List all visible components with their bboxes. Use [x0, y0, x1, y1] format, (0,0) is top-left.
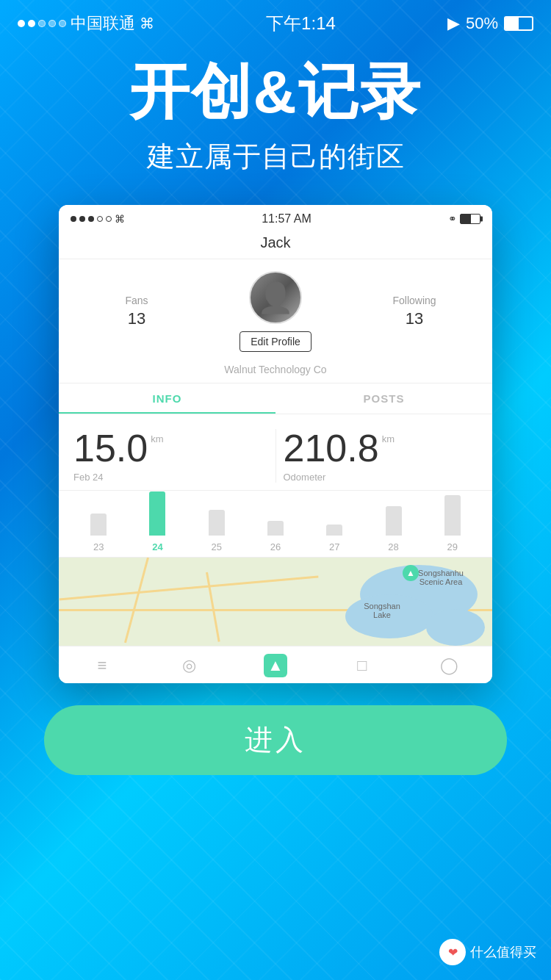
nav-explore[interactable]: ◎	[145, 654, 232, 677]
stats-section: 15.0 km Feb 24 210.8 km Odometer	[59, 414, 492, 491]
bar-label-29: 29	[447, 538, 458, 557]
bar-24	[149, 491, 165, 536]
following-count: 13	[351, 309, 478, 328]
fans-count: 13	[73, 309, 200, 328]
outer-status-bar: 中国联通 ⌘ 下午1:14 ▶ 50%	[0, 0, 551, 37]
today-unit: km	[151, 433, 163, 444]
profile-section: Fans 13 Edit Profile Following 13	[59, 259, 492, 359]
enter-button[interactable]: 进入	[44, 705, 507, 775]
inner-dot-5	[106, 216, 112, 222]
nav-chat[interactable]: □	[319, 654, 406, 677]
map-label-songshanhu: SongshanhuScenic Area	[411, 569, 470, 586]
edit-profile-button[interactable]: Edit Profile	[240, 331, 311, 352]
bar-label-23: 23	[93, 538, 104, 557]
avatar-image	[251, 273, 300, 323]
outer-status-left: 中国联通 ⌘	[18, 12, 154, 35]
list-icon: ≡	[90, 654, 114, 677]
bar-label-26: 26	[270, 538, 281, 557]
bar-col-25: 25	[187, 510, 246, 557]
bar-27	[326, 525, 342, 536]
map-section: SongshanhuScenic Area SongshanLake ▲	[59, 558, 492, 646]
tab-info[interactable]: INFO	[59, 383, 276, 414]
following-label: Following	[351, 295, 478, 306]
bar-col-23: 23	[69, 514, 128, 557]
stat-divider	[276, 429, 276, 483]
profile-name: Jack	[260, 234, 290, 251]
profile-name-bar: Jack	[59, 230, 492, 259]
inner-dot-2	[79, 216, 85, 222]
inner-wifi-icon: ⌘	[115, 213, 125, 225]
wifi-icon: ⌘	[140, 15, 154, 32]
bar-28	[386, 506, 402, 536]
bar-label-28: 28	[388, 538, 398, 557]
signal-dots	[18, 20, 66, 27]
today-label: Feb 24	[73, 472, 268, 483]
inner-dot-3	[88, 216, 94, 222]
inner-dot-4	[97, 216, 103, 222]
signal-dot-3	[38, 20, 46, 27]
enter-section: 进入	[0, 683, 551, 804]
bar-23	[90, 514, 107, 536]
odometer-unit: km	[382, 433, 395, 444]
nav-profile[interactable]: ◯	[406, 654, 492, 677]
sub-title: 建立属于自己的街区	[0, 138, 551, 176]
odometer-value-row: 210.8 km	[284, 429, 478, 467]
bar-29	[444, 495, 461, 536]
bluetooth-icon: ⚭	[448, 213, 457, 225]
chat-icon: □	[350, 654, 374, 677]
battery-percent: 50%	[466, 14, 498, 33]
bar-col-27: 27	[305, 525, 364, 557]
battery-indicator	[504, 16, 533, 31]
map-road-4	[60, 576, 319, 601]
signal-dot-2	[28, 20, 35, 27]
avatar	[249, 271, 302, 324]
main-title: 开创&记录	[0, 59, 551, 125]
signal-dot-1	[18, 20, 25, 27]
watermark-text: 什么值得买	[470, 943, 536, 961]
carrier-label: 中国联通	[71, 12, 135, 35]
bar-chart-section: 23242526272829	[59, 491, 492, 558]
today-stat: 15.0 km Feb 24	[73, 429, 268, 483]
odometer-label: Odometer	[284, 472, 478, 483]
inner-battery	[460, 214, 480, 224]
bar-col-26: 26	[246, 521, 305, 557]
fans-block: Fans 13	[73, 295, 200, 328]
battery-box	[504, 16, 533, 31]
inner-right: ⚭	[448, 213, 480, 225]
bar-26	[267, 521, 284, 536]
bar-col-29: 29	[423, 495, 482, 557]
battery-fill	[505, 18, 519, 29]
outer-status-right: ▶ 50%	[447, 14, 533, 33]
map-water-3	[426, 609, 485, 646]
signal-dot-5	[59, 20, 66, 27]
outer-time: 下午1:14	[266, 12, 336, 35]
today-value: 15.0	[73, 429, 148, 467]
tab-posts[interactable]: POSTS	[276, 383, 492, 414]
bar-25	[209, 510, 225, 536]
bar-label-24: 24	[152, 538, 162, 557]
watermark: ❤ 什么值得买	[439, 939, 536, 965]
avatar-center: Edit Profile	[200, 271, 351, 352]
inner-status-left: ⌘	[71, 213, 125, 225]
navigate-icon: ▲	[264, 654, 287, 677]
bar-col-24: 24	[128, 491, 187, 557]
bottom-nav: ≡ ◎ ▲ □ ◯	[59, 646, 492, 683]
bar-col-28: 28	[364, 506, 422, 557]
explore-icon: ◎	[177, 654, 201, 677]
bar-label-25: 25	[211, 538, 221, 557]
signal-dot-4	[48, 20, 56, 27]
tabs: INFO POSTS	[59, 383, 492, 414]
header-section: 开创&记录 建立属于自己的街区	[0, 37, 551, 190]
bar-label-27: 27	[329, 538, 339, 557]
inner-status-bar: ⌘ 11:57 AM ⚭	[59, 205, 492, 230]
phone-mockup: ⌘ 11:57 AM ⚭ Jack Fans 13 Edit Profile F…	[59, 205, 492, 683]
bars-container: 23242526272829	[69, 498, 482, 557]
following-block: Following 13	[351, 295, 478, 328]
location-icon: ▶	[447, 14, 460, 33]
inner-dot-1	[71, 216, 76, 222]
inner-time: 11:57 AM	[262, 212, 311, 226]
nav-list[interactable]: ≡	[59, 654, 145, 677]
nav-navigate[interactable]: ▲	[232, 654, 319, 677]
odometer-stat: 210.8 km Odometer	[284, 429, 478, 483]
company-name: Walnut Technology Co	[59, 359, 492, 383]
